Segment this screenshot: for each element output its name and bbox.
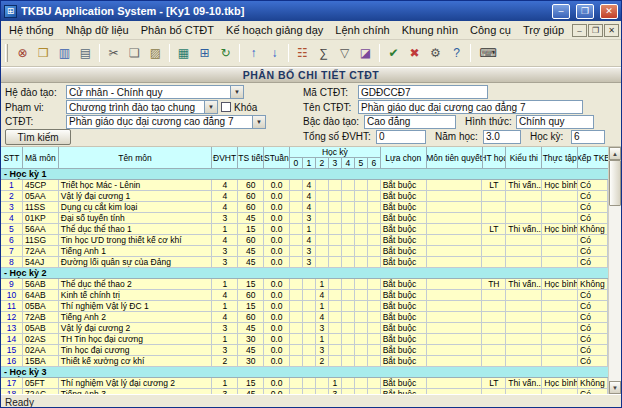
move-up-icon[interactable]: ↑ [243, 43, 264, 63]
cell-stuan[interactable]: 0.0 [264, 202, 290, 213]
cell-hk-1[interactable] [303, 312, 316, 323]
cell-hk-5[interactable] [355, 279, 368, 290]
cell-hk-5[interactable] [355, 246, 368, 257]
cell-lua-chon[interactable]: Bắt buộc [381, 246, 427, 257]
settings-icon[interactable]: ⚙ [425, 43, 446, 63]
cell-kieu-thi[interactable]: Thi vấn... [506, 180, 542, 191]
cell-lua-chon[interactable]: Bắt buộc [381, 180, 427, 191]
cell-ht-hoc[interactable] [482, 213, 506, 224]
cell-hk-1[interactable] [303, 378, 316, 389]
cell-stt[interactable]: 16 [1, 356, 23, 367]
cell-hk-0[interactable] [290, 378, 303, 389]
cell-hk-1[interactable]: 4 [303, 191, 316, 202]
cell-hk-4[interactable] [342, 301, 355, 312]
cell-thuc-tap[interactable]: Học bình t... [542, 378, 578, 389]
cell-hk-2[interactable] [316, 180, 329, 191]
cell-stuan[interactable]: 0.0 [264, 257, 290, 268]
cell-hk-3[interactable] [329, 246, 342, 257]
search-button[interactable]: Tìm kiếm [5, 129, 71, 145]
cell-hk-3[interactable] [329, 224, 342, 235]
cell-kieu-thi[interactable] [506, 323, 542, 334]
cell-thuc-tap[interactable] [542, 290, 578, 301]
cell-xep-tkb[interactable]: Có [578, 257, 608, 268]
cell-ma-mon[interactable]: 11SG [23, 235, 59, 246]
cell-kieu-thi[interactable] [506, 213, 542, 224]
cell-hk-0[interactable] [290, 323, 303, 334]
cell-hk-2[interactable]: 2 [316, 356, 329, 367]
cell-hk-4[interactable] [342, 224, 355, 235]
chevron-down-icon[interactable]: ▼ [230, 85, 244, 99]
semester-group-row[interactable]: - Học kỳ 3 [1, 367, 608, 378]
cell-ten-mon[interactable]: Tin học ƯD trong thiết kế cơ khí [59, 235, 212, 246]
cell-hk-1[interactable]: 3 [303, 257, 316, 268]
cell-hk-3[interactable] [329, 180, 342, 191]
cell-hk-1[interactable] [303, 345, 316, 356]
cell-stt[interactable]: 8 [1, 257, 23, 268]
cell-stt[interactable]: 13 [1, 323, 23, 334]
cell-hk-1[interactable] [303, 334, 316, 345]
cell-hk-0[interactable] [290, 246, 303, 257]
cell-ten-mon[interactable]: Đại số tuyến tính [59, 213, 212, 224]
cell-hk-5[interactable] [355, 334, 368, 345]
cell-thuc-tap[interactable]: Học bình t... [542, 279, 578, 290]
cell-ma-mon[interactable]: 05BA [23, 301, 59, 312]
maximize-button[interactable]: ❐ [576, 4, 594, 19]
cut-icon[interactable]: ✂ [103, 43, 124, 63]
cell-hk-4[interactable] [342, 246, 355, 257]
cell-hk-4[interactable] [342, 312, 355, 323]
cell-mon-tien-quyet[interactable] [427, 323, 483, 334]
cell-dvht[interactable]: 4 [212, 202, 238, 213]
cell-ten-mon[interactable]: Thể dục thể thao 1 [59, 224, 212, 235]
cell-ten-mon[interactable]: Tiếng Anh 1 [59, 246, 212, 257]
cell-thuc-tap[interactable] [542, 213, 578, 224]
print-icon[interactable]: ▤ [75, 43, 96, 63]
cell-ma-mon[interactable]: 15BA [23, 356, 59, 367]
cell-ts-tiet[interactable]: 45 [238, 323, 264, 334]
cell-xep-tkb[interactable]: Không [578, 224, 608, 235]
cell-hk-6[interactable] [368, 345, 381, 356]
cell-ts-tiet[interactable]: 45 [238, 257, 264, 268]
cell-hk-0[interactable] [290, 279, 303, 290]
keyboard-icon[interactable]: ⌨ [474, 43, 502, 63]
cell-ten-mon[interactable]: Tiếng Anh 2 [59, 312, 212, 323]
cell-ma-mon[interactable]: 05AA [23, 191, 59, 202]
cell-stt[interactable]: 10 [1, 290, 23, 301]
cell-hk-1[interactable]: 4 [303, 235, 316, 246]
sum-icon[interactable]: ∑ [313, 43, 334, 63]
cell-ten-mon[interactable]: Vật lý đại cương 2 [59, 323, 212, 334]
exit-icon[interactable]: ⊗ [12, 43, 33, 63]
cell-thuc-tap[interactable] [542, 191, 578, 202]
cell-thuc-tap[interactable] [542, 202, 578, 213]
cell-hk-6[interactable] [368, 312, 381, 323]
chevron-down-icon[interactable]: ▼ [252, 115, 266, 129]
cell-hk-5[interactable] [355, 202, 368, 213]
cell-hk-1[interactable]: 3 [303, 213, 316, 224]
cell-stuan[interactable]: 0.0 [264, 279, 290, 290]
cell-mon-tien-quyet[interactable] [427, 202, 483, 213]
menu-item[interactable]: Hệ thống [3, 22, 60, 38]
check-icon[interactable]: ✔ [383, 43, 404, 63]
cell-hk-3[interactable] [329, 191, 342, 202]
cell-ts-tiet[interactable]: 15 [238, 224, 264, 235]
cell-hk-2[interactable] [316, 213, 329, 224]
cell-ts-tiet[interactable]: 45 [238, 246, 264, 257]
cell-stt[interactable]: 7 [1, 246, 23, 257]
khoa-checkbox[interactable] [221, 102, 231, 112]
cell-hk-0[interactable] [290, 356, 303, 367]
cell-ts-tiet[interactable]: 60 [238, 235, 264, 246]
he-dao-tao-combo[interactable]: Cử nhân - Chính quy ▼ [66, 85, 244, 99]
cell-hk-2[interactable] [316, 235, 329, 246]
cell-hk-6[interactable] [368, 378, 381, 389]
cell-mon-tien-quyet[interactable] [427, 301, 483, 312]
cell-hk-4[interactable] [342, 323, 355, 334]
cell-hk-5[interactable] [355, 356, 368, 367]
cell-thuc-tap[interactable] [542, 323, 578, 334]
cell-stuan[interactable]: 0.0 [264, 246, 290, 257]
cell-hk-4[interactable] [342, 378, 355, 389]
cell-hk-1[interactable] [303, 301, 316, 312]
cell-ht-hoc[interactable] [482, 235, 506, 246]
cell-thuc-tap[interactable]: Học bình t... [542, 224, 578, 235]
cell-kieu-thi[interactable] [506, 301, 542, 312]
cell-kieu-thi[interactable] [506, 246, 542, 257]
cell-hk-2[interactable] [316, 202, 329, 213]
